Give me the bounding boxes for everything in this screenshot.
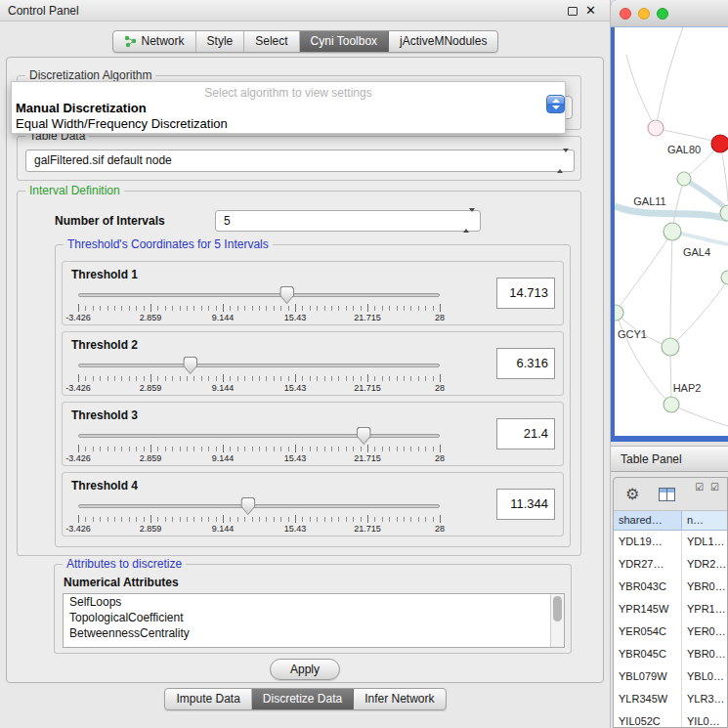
edge[interactable] (616, 232, 672, 313)
cell[interactable]: YDL19… (614, 531, 682, 553)
edge[interactable] (615, 206, 728, 219)
threshold-4-slider[interactable]: -3.426 2.859 9.144 15.43 21.715 28 (78, 496, 440, 535)
number-of-intervals-combobox[interactable]: 5 (215, 210, 481, 232)
threshold-2-value-field[interactable]: 6.316 (496, 348, 555, 379)
checkbox-icons[interactable]: ☑ ☑ (695, 482, 721, 493)
edge[interactable] (656, 128, 720, 144)
algorithm-option-equal-width[interactable]: Equal Width/Frequency Discretization (12, 116, 565, 132)
slider-thumb[interactable] (279, 286, 294, 304)
list-item[interactable]: SelfLoops (64, 594, 564, 610)
list-item[interactable]: BetweennessCentrality (64, 625, 564, 641)
cell[interactable]: YLR3… (682, 688, 727, 710)
threshold-4-value-field[interactable]: 11.344 (496, 489, 555, 520)
minimize-traffic-light-icon[interactable] (638, 8, 650, 20)
node-selected[interactable] (711, 135, 728, 152)
cell[interactable]: YBR045C (614, 643, 682, 665)
edge[interactable] (670, 279, 728, 347)
table-row[interactable]: YIL052CYIL0… (614, 710, 727, 727)
numerical-attributes-list[interactable]: SelfLoops TopologicalCoefficient Between… (63, 593, 565, 648)
slider-track[interactable] (78, 293, 440, 297)
gear-icon[interactable]: ⚙ (625, 485, 639, 504)
slider-track[interactable] (78, 364, 440, 367)
edge[interactable] (656, 27, 683, 128)
slider-thumb[interactable] (183, 357, 197, 374)
edge[interactable] (671, 405, 728, 426)
cell[interactable]: YER054C (614, 621, 682, 643)
scale-label: 28 (435, 383, 445, 393)
cell[interactable]: YIL0… (682, 710, 727, 727)
table-row[interactable]: YDL19…YDL1… (614, 531, 727, 553)
threshold-3-value-field[interactable]: 21.4 (496, 418, 555, 450)
table-data-combobox[interactable]: galFiltered.sif default node (25, 150, 575, 172)
table-row[interactable]: YBL079WYBL0… (614, 665, 727, 688)
tab-select[interactable]: Select (244, 31, 299, 52)
network-canvas[interactable]: GAL80 GAL11 GAL4 GCY1 HAP2 (615, 27, 728, 436)
tab-style[interactable]: Style (196, 31, 245, 52)
cell[interactable]: YPR1… (682, 598, 727, 621)
cell[interactable]: YDR27… (614, 553, 682, 576)
zoom-traffic-light-icon[interactable] (657, 8, 668, 20)
node[interactable] (664, 223, 681, 240)
threshold-1-slider[interactable]: -3.426 2.859 9.144 15.43 21.715 28 (78, 285, 440, 324)
edge[interactable] (626, 55, 656, 128)
column-header-shared-name[interactable]: shared… (614, 511, 682, 530)
cell[interactable]: YLR345W (614, 688, 682, 710)
cell[interactable]: YBL0… (682, 665, 727, 688)
scale-label: -3.426 (65, 524, 91, 534)
table-row[interactable]: YER054CYER0… (614, 621, 727, 643)
node[interactable] (648, 120, 664, 136)
cell[interactable]: YPR145W (614, 598, 682, 621)
threshold-1-value-field[interactable]: 14.713 (496, 278, 555, 309)
attributes-group: Attributes to discretize Numerical Attri… (54, 564, 572, 654)
cell[interactable]: YDL1… (682, 531, 727, 553)
cell[interactable]: YBR0… (682, 576, 727, 598)
edge[interactable] (670, 232, 672, 347)
edge[interactable] (616, 313, 671, 405)
table-row[interactable]: YLR345WYLR3… (614, 688, 727, 710)
close-traffic-light-icon[interactable] (620, 8, 631, 20)
network-view-window[interactable]: GAL80 GAL11 GAL4 GCY1 HAP2 (611, 0, 728, 442)
scrollbar[interactable] (550, 594, 564, 647)
table-row[interactable]: YPR145WYPR1… (614, 598, 727, 621)
threshold-3-slider[interactable]: -3.426 2.859 9.144 15.43 21.715 28 (78, 426, 440, 465)
tab-infer-network[interactable]: Infer Network (354, 689, 445, 709)
combobox-stepper-icon[interactable] (546, 95, 565, 113)
slider-track[interactable] (78, 504, 440, 508)
table-row[interactable]: YBR045CYBR0… (614, 643, 727, 665)
algorithm-option-manual[interactable]: Manual Discretization (12, 101, 565, 116)
scrollbar-thumb[interactable] (553, 596, 562, 621)
column-selector-icon[interactable] (659, 488, 675, 501)
list-item[interactable]: TopologicalCoefficient (64, 610, 564, 625)
threshold-2-slider[interactable]: -3.426 2.859 9.144 15.43 21.715 28 (78, 356, 440, 395)
tab-jactivemodules[interactable]: jActiveMNodules (389, 31, 497, 52)
cell[interactable]: YER0… (682, 621, 727, 643)
apply-button[interactable]: Apply (270, 659, 340, 680)
table-row[interactable]: YDR27…YDR2… (614, 553, 727, 576)
tab-cyni-label: Cyni Toolbox (311, 31, 377, 52)
cell[interactable]: YDR2… (682, 553, 727, 576)
cell[interactable]: YBR043C (614, 576, 682, 598)
tab-discretize-data[interactable]: Discretize Data (252, 689, 354, 709)
table-row[interactable]: YBR043CYBR0… (614, 576, 727, 598)
close-icon[interactable]: ✕ (585, 0, 596, 21)
node[interactable] (664, 397, 679, 412)
float-window-icon[interactable] (568, 7, 578, 16)
slider-thumb[interactable] (240, 497, 255, 515)
column-header-name[interactable]: n… (682, 511, 727, 530)
network-window-titlebar[interactable] (611, 0, 728, 27)
cell[interactable]: YIL052C (614, 710, 682, 727)
table-panel-header[interactable]: Table Panel (611, 446, 728, 472)
node[interactable] (677, 172, 691, 186)
node[interactable] (662, 338, 679, 356)
scale-label: 15.43 (284, 453, 307, 463)
control-panel-titlebar[interactable]: Control Panel ✕ (0, 0, 610, 21)
cell[interactable]: YBL079W (614, 665, 682, 688)
tab-cyni-toolbox[interactable]: Cyni Toolbox (300, 31, 389, 52)
tab-network[interactable]: Network (113, 31, 196, 52)
tab-impute-data[interactable]: Impute Data (165, 689, 251, 709)
slider-thumb[interactable] (357, 427, 371, 445)
edge[interactable] (684, 179, 728, 210)
node[interactable] (721, 271, 728, 284)
cell[interactable]: YBR0… (682, 643, 727, 665)
slider-track[interactable] (78, 434, 440, 438)
